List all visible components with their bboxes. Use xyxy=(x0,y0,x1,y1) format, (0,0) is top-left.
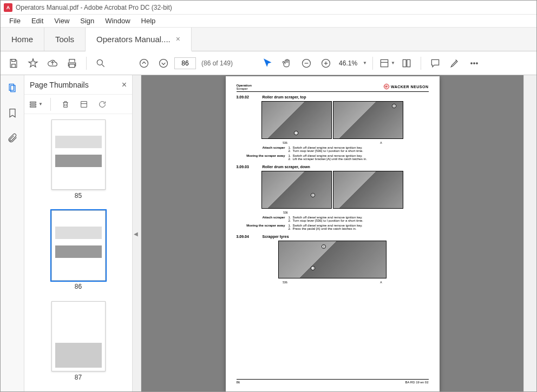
page-footer-number: 86 xyxy=(237,381,240,384)
comment-icon[interactable] xyxy=(427,55,444,72)
attachments-tab-icon[interactable] xyxy=(5,130,20,145)
svg-rect-6 xyxy=(407,59,410,67)
more-icon[interactable] xyxy=(466,55,483,72)
nav-rail xyxy=(1,75,24,391)
menu-view[interactable]: View xyxy=(49,16,75,26)
procedure-step: Turn stop lever [536] to I position for … xyxy=(293,149,364,152)
page-down-icon[interactable] xyxy=(155,55,172,72)
tab-document-label: Operators Manual.... xyxy=(96,35,171,44)
search-icon[interactable] xyxy=(92,55,109,72)
right-panel-collapsed[interactable] xyxy=(523,75,536,391)
highlight-icon[interactable] xyxy=(446,55,463,72)
thumbnail-label: 87 xyxy=(75,374,82,381)
figure-image xyxy=(333,171,403,209)
brand-logo: W WACKER NEUSON xyxy=(384,84,429,89)
procedure-label: Moving the scraper away xyxy=(237,224,285,230)
svg-rect-5 xyxy=(403,59,406,67)
star-icon[interactable] xyxy=(24,55,42,72)
svg-rect-10 xyxy=(9,84,14,91)
cloud-upload-icon[interactable] xyxy=(44,55,61,72)
svg-point-9 xyxy=(476,62,478,64)
figure-image: 0 I xyxy=(278,241,387,278)
page-number-input[interactable] xyxy=(174,57,196,69)
chevron-left-icon[interactable]: ◀ xyxy=(134,230,138,236)
page-footer-code: BA RD 19 en 02 xyxy=(405,381,428,384)
rotate-icon[interactable] xyxy=(77,97,91,111)
section-number: 3.09.03 xyxy=(237,165,255,169)
thumbnail-label: 85 xyxy=(75,192,82,200)
refresh-icon[interactable] xyxy=(95,97,109,111)
procedure-step: Lift the scraper bracket [A] until the c… xyxy=(293,157,367,161)
tabbar: Home Tools Operators Manual.... × xyxy=(1,28,536,51)
fit-width-icon[interactable]: ▼ xyxy=(378,55,396,72)
logo-icon: W xyxy=(384,84,389,89)
close-panel-icon[interactable]: × xyxy=(122,80,127,90)
zoom-in-icon[interactable] xyxy=(317,55,335,72)
thumbnails-panel: Page Thumbnails × ▼ 85 86 87 xyxy=(24,75,133,391)
section-number: 3.09.04 xyxy=(237,235,255,238)
panel-collapse-gutter[interactable]: ◀ xyxy=(133,75,141,391)
thumbnails-toolbar: ▼ xyxy=(24,95,132,114)
procedure-label: Moving the scraper away xyxy=(237,154,285,161)
tab-home[interactable]: Home xyxy=(1,28,44,51)
thumbnails-title: Page Thumbnails xyxy=(30,81,89,89)
thumbnails-tab-icon[interactable] xyxy=(5,81,20,96)
menu-window[interactable]: Window xyxy=(100,16,135,26)
svg-rect-14 xyxy=(30,106,36,107)
svg-point-8 xyxy=(474,62,475,64)
app-icon: A xyxy=(4,3,12,12)
section-title: Scrapper tyres xyxy=(263,235,289,238)
options-icon[interactable]: ▼ xyxy=(29,97,43,111)
thumbnails-list[interactable]: 85 86 87 xyxy=(24,114,132,391)
figure-image: I xyxy=(261,101,332,139)
trash-icon[interactable] xyxy=(58,97,73,111)
section-title: Roller drum scraper, down xyxy=(263,165,310,169)
pointer-icon[interactable] xyxy=(259,55,276,72)
figure-caption: A xyxy=(380,141,382,144)
menu-file[interactable]: File xyxy=(4,16,26,26)
svg-point-0 xyxy=(97,59,102,65)
tab-tools[interactable]: Tools xyxy=(44,28,86,51)
document-viewport[interactable]: Operation Scraper W WACKER NEUSON 3.09.0… xyxy=(141,75,523,391)
page-up-icon[interactable] xyxy=(135,55,153,72)
pdf-page: Operation Scraper W WACKER NEUSON 3.09.0… xyxy=(226,76,440,391)
procedure-step: Press the pedal [A] until the catch latc… xyxy=(293,227,357,230)
doc-subsection: Scraper xyxy=(237,87,252,90)
procedure-step: Turn stop lever [536] to I position for … xyxy=(293,219,364,222)
close-icon[interactable]: × xyxy=(176,35,180,43)
svg-rect-12 xyxy=(30,102,36,103)
page-display-icon[interactable] xyxy=(398,55,415,72)
page-total-label: (86 of 149) xyxy=(201,59,233,67)
thumbnail-86[interactable]: 86 xyxy=(51,210,106,290)
figure-caption: 536 xyxy=(283,281,287,284)
thumbnail-87[interactable]: 87 xyxy=(51,301,106,381)
bookmark-tab-icon[interactable] xyxy=(5,105,20,121)
section-title: Roller drum scraper, top xyxy=(263,95,306,99)
figure-caption: A xyxy=(380,281,382,284)
section-number: 3.09.02 xyxy=(237,95,255,99)
menubar: File Edit View Sign Window Help xyxy=(1,15,536,28)
zoom-value[interactable]: 46.1% xyxy=(339,59,357,67)
menu-sign[interactable]: Sign xyxy=(75,16,100,26)
thumbnail-label: 86 xyxy=(75,283,82,290)
main-area: Page Thumbnails × ▼ 85 86 87 xyxy=(1,75,536,391)
toolbar: (86 of 149) 46.1% ▼ ▼ xyxy=(1,51,536,75)
svg-point-7 xyxy=(471,62,473,64)
titlebar: A Operators Manual.pdf - Adobe Acrobat P… xyxy=(1,1,536,15)
svg-point-1 xyxy=(140,59,148,67)
zoom-out-icon[interactable] xyxy=(298,55,315,72)
hand-icon[interactable] xyxy=(278,55,296,72)
window-title: Operators Manual.pdf - Adobe Acrobat Pro… xyxy=(16,4,172,11)
tab-document[interactable]: Operators Manual.... × xyxy=(86,28,192,51)
svg-rect-11 xyxy=(10,85,15,92)
save-icon[interactable] xyxy=(5,55,22,72)
chevron-down-icon[interactable]: ▼ xyxy=(363,61,367,65)
figure-image: 0 xyxy=(261,171,332,209)
thumbnail-85[interactable]: 85 xyxy=(51,119,106,200)
procedure-label: Attach scraper xyxy=(237,216,285,222)
menu-help[interactable]: Help xyxy=(136,16,161,26)
svg-point-2 xyxy=(160,59,168,67)
print-icon[interactable] xyxy=(63,55,81,72)
figure-caption: 536 xyxy=(283,211,287,214)
menu-edit[interactable]: Edit xyxy=(26,16,49,26)
